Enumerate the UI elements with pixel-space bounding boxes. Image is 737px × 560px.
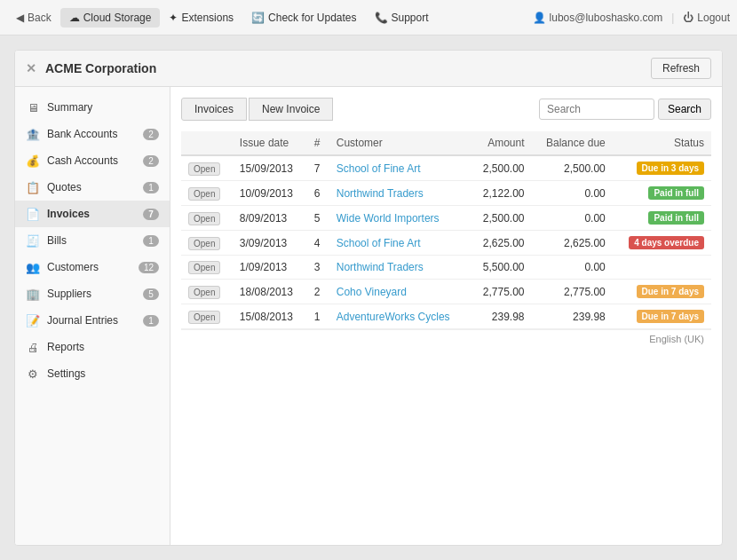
- sidebar-item-customers[interactable]: 👥 Customers 12: [15, 254, 170, 280]
- new-invoice-button[interactable]: New Invoice: [249, 98, 333, 121]
- support-icon: 📞: [375, 12, 388, 24]
- col-header-balance: Balance due: [532, 131, 613, 155]
- balance-due: 239.98: [532, 304, 613, 329]
- close-icon[interactable]: ✕: [26, 61, 36, 75]
- top-navigation: ◀ Back ☁ Cloud Storage ✦ Extensions 🔄 Ch…: [0, 0, 737, 35]
- invoice-num: 7: [307, 155, 329, 181]
- open-status: Open: [181, 304, 233, 329]
- issue-date: 1/09/2013: [233, 256, 307, 280]
- cloud-icon: ☁: [69, 12, 80, 24]
- amount: 2,500.00: [470, 206, 531, 231]
- table-row[interactable]: Open 1/09/2013 3 Northwind Traders 5,500…: [181, 256, 711, 280]
- customers-icon: 👥: [26, 260, 40, 274]
- tab-invoices[interactable]: Invoices: [181, 98, 247, 121]
- issue-date: 8/09/2013: [233, 206, 307, 231]
- customer-name[interactable]: School of Fine Art: [329, 231, 471, 256]
- panel-tabs: Invoices New Invoice Search: [181, 98, 711, 121]
- col-header-open: [181, 131, 233, 155]
- invoice-status: Paid in full: [613, 181, 711, 206]
- nav-right: 👤 lubos@luboshasko.com | ⏻ Logout: [533, 12, 730, 24]
- company-name: ACME Corporation: [45, 61, 156, 75]
- table-row[interactable]: Open 10/09/2013 6 Northwind Traders 2,12…: [181, 181, 711, 206]
- sidebar-label-cash: Cash Accounts: [47, 154, 118, 167]
- sidebar-label-settings: Settings: [47, 367, 85, 380]
- search-input[interactable]: [539, 99, 654, 120]
- sidebar-item-cash-accounts[interactable]: 💰 Cash Accounts 2: [15, 147, 170, 174]
- table-row[interactable]: Open 15/08/2013 1 AdventureWorks Cycles …: [181, 304, 711, 329]
- col-header-amount: Amount: [470, 131, 531, 155]
- balance-due: 2,625.00: [532, 231, 613, 256]
- sidebar-item-bills[interactable]: 🧾 Bills 1: [15, 227, 170, 254]
- check-updates-button[interactable]: 🔄 Check for Updates: [242, 8, 365, 28]
- open-status: Open: [181, 206, 233, 231]
- sidebar-item-quotes[interactable]: 📋 Quotes 1: [15, 174, 170, 201]
- sidebar-item-reports[interactable]: 🖨 Reports: [15, 334, 170, 360]
- bills-badge: 1: [143, 235, 159, 247]
- invoice-status: Due in 7 days: [613, 304, 711, 329]
- search-area: Search: [539, 99, 711, 120]
- customer-name[interactable]: Northwind Traders: [329, 181, 471, 206]
- table-row[interactable]: Open 15/09/2013 7 School of Fine Art 2,5…: [181, 155, 711, 181]
- invoice-status: Due in 7 days: [613, 280, 711, 304]
- table-row[interactable]: Open 18/08/2013 2 Coho Vineyard 2,775.00…: [181, 280, 711, 304]
- invoices-icon: 📄: [26, 207, 40, 221]
- table-row[interactable]: Open 8/09/2013 5 Wide World Importers 2,…: [181, 206, 711, 231]
- customer-name[interactable]: AdventureWorks Cycles: [329, 304, 471, 329]
- sidebar-label-invoices: Invoices: [47, 208, 90, 220]
- amount: 239.98: [470, 304, 531, 329]
- extensions-button[interactable]: ✦ Extensions: [160, 8, 242, 28]
- customers-badge: 12: [139, 262, 159, 273]
- table-row[interactable]: Open 3/09/2013 4 School of Fine Art 2,62…: [181, 231, 711, 256]
- balance-due: 0.00: [532, 256, 613, 280]
- sidebar-label-bills: Bills: [47, 234, 67, 247]
- status-badge: Due in 7 days: [637, 285, 704, 298]
- check-updates-icon: 🔄: [251, 12, 265, 24]
- sidebar-label-reports: Reports: [47, 341, 84, 353]
- customer-name[interactable]: School of Fine Art: [329, 155, 471, 181]
- status-badge: Due in 7 days: [637, 310, 704, 323]
- support-button[interactable]: 📞 Support: [366, 8, 438, 28]
- amount: 2,625.00: [470, 231, 531, 256]
- back-arrow-icon: ◀: [16, 12, 24, 24]
- bank-badge: 2: [143, 129, 159, 140]
- bank-accounts-icon: 🏦: [26, 127, 40, 141]
- amount: 2,122.00: [470, 181, 531, 206]
- logout-button[interactable]: Logout: [697, 12, 730, 24]
- customer-name[interactable]: Wide World Importers: [329, 206, 471, 231]
- status-badge: Due in 3 days: [637, 162, 704, 175]
- amount: 2,500.00: [470, 155, 531, 181]
- refresh-button[interactable]: Refresh: [651, 58, 711, 79]
- issue-date: 3/09/2013: [233, 231, 307, 256]
- open-status: Open: [181, 155, 233, 181]
- sidebar-item-settings[interactable]: ⚙ Settings: [15, 360, 170, 387]
- journal-entries-icon: 📝: [26, 313, 40, 327]
- invoice-num: 6: [307, 181, 329, 206]
- sidebar-item-bank-accounts[interactable]: 🏦 Bank Accounts 2: [15, 121, 170, 147]
- sidebar-item-suppliers[interactable]: 🏢 Suppliers 5: [15, 280, 170, 307]
- balance-due: 0.00: [532, 181, 613, 206]
- sidebar-label-suppliers: Suppliers: [47, 288, 91, 300]
- sidebar-item-summary[interactable]: 🖥 Summary: [15, 94, 170, 121]
- app-window: ✕ ACME Corporation Refresh 🖥 Summary 🏦 B…: [14, 50, 723, 546]
- customer-name[interactable]: Northwind Traders: [329, 256, 471, 280]
- sidebar-label-bank: Bank Accounts: [47, 128, 117, 140]
- balance-due: 2,500.00: [532, 155, 613, 181]
- sidebar-item-journal-entries[interactable]: 📝 Journal Entries 1: [15, 307, 170, 334]
- user-email[interactable]: lubos@luboshasko.com: [550, 12, 663, 24]
- cloud-storage-button[interactable]: ☁ Cloud Storage: [60, 8, 161, 28]
- settings-icon: ⚙: [26, 367, 40, 381]
- suppliers-badge: 5: [143, 288, 159, 300]
- reports-icon: 🖨: [26, 340, 40, 354]
- balance-due: 2,775.00: [532, 280, 613, 304]
- open-status: Open: [181, 181, 233, 206]
- back-button[interactable]: ◀ Back: [7, 8, 60, 28]
- open-status: Open: [181, 280, 233, 304]
- customer-name[interactable]: Coho Vineyard: [329, 280, 471, 304]
- sidebar-item-invoices[interactable]: 📄 Invoices 7: [15, 201, 170, 227]
- search-button[interactable]: Search: [658, 99, 711, 120]
- issue-date: 15/08/2013: [233, 304, 307, 329]
- cash-accounts-icon: 💰: [26, 154, 40, 168]
- invoice-num: 2: [307, 280, 329, 304]
- back-label: Back: [28, 12, 52, 24]
- invoices-badge: 7: [143, 209, 159, 220]
